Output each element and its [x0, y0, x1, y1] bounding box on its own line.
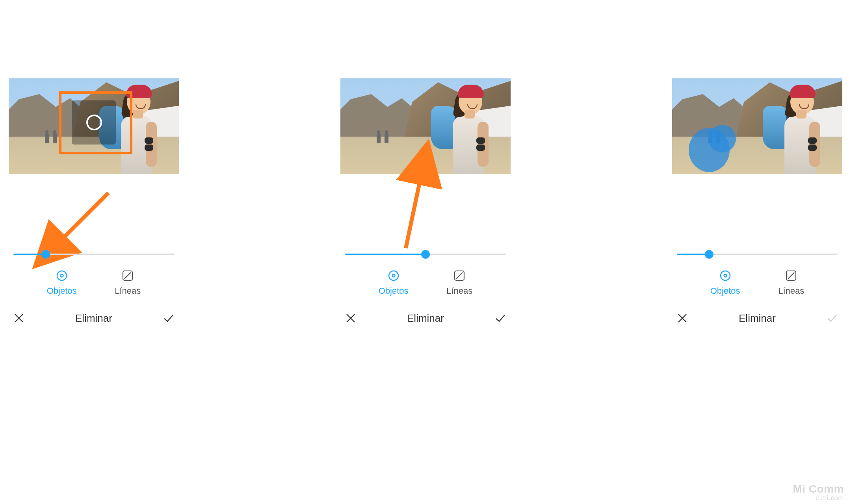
mode-lines-label: Líneas — [115, 286, 141, 296]
mode-lines-label: Líneas — [446, 286, 472, 296]
confirm-button — [825, 311, 839, 325]
diagonal-line-icon — [453, 269, 466, 282]
svg-point-7 — [392, 274, 395, 277]
mode-objects[interactable]: Objetos — [710, 269, 740, 296]
photo-preview[interactable] — [9, 78, 179, 174]
confirm-button[interactable] — [162, 311, 176, 325]
check-icon — [826, 312, 838, 324]
slider-track-filled — [13, 254, 46, 255]
slider-track-filled — [677, 254, 709, 255]
slider-thumb[interactable] — [421, 250, 430, 259]
erase-brush-stroke — [708, 125, 736, 152]
cancel-button[interactable] — [344, 311, 358, 325]
target-circle-icon — [387, 269, 400, 282]
check-icon — [162, 312, 175, 324]
photo-preview[interactable] — [672, 78, 842, 174]
mode-objects-label: Objetos — [379, 286, 409, 296]
check-icon — [494, 312, 507, 324]
brush-size-slider[interactable] — [13, 249, 174, 259]
svg-point-11 — [724, 274, 727, 277]
confirm-button[interactable] — [493, 311, 507, 325]
watermark-line1: Mi Comm — [793, 483, 844, 495]
svg-point-3 — [60, 274, 63, 277]
mode-objects[interactable]: Objetos — [47, 269, 77, 296]
tool-title: Eliminar — [75, 312, 112, 324]
brush-size-slider[interactable] — [345, 249, 506, 259]
annotation-arrow — [47, 185, 118, 256]
close-icon — [13, 313, 24, 324]
svg-line-1 — [406, 173, 422, 248]
close-icon — [677, 313, 688, 324]
mode-lines[interactable]: Líneas — [778, 269, 804, 296]
svg-line-13 — [788, 272, 794, 279]
tool-title: Eliminar — [739, 312, 776, 324]
mode-objects-label: Objetos — [47, 286, 77, 296]
target-circle-icon — [56, 269, 68, 282]
svg-line-5 — [124, 272, 131, 279]
cancel-button[interactable] — [675, 311, 689, 325]
svg-point-10 — [721, 271, 730, 280]
cancel-button[interactable] — [12, 311, 26, 325]
mode-objects-label: Objetos — [710, 286, 740, 296]
mode-lines-label: Líneas — [778, 286, 804, 296]
annotation-arrow — [398, 165, 445, 256]
slider-thumb[interactable] — [41, 250, 50, 259]
svg-point-6 — [389, 271, 398, 280]
mode-objects[interactable]: Objetos — [379, 269, 409, 296]
brush-cursor-ring — [86, 115, 102, 130]
svg-line-9 — [456, 272, 463, 279]
slider-track-filled — [345, 254, 426, 255]
watermark: Mi Comm c.mi.com — [793, 483, 844, 502]
diagonal-line-icon — [785, 269, 797, 282]
photo-preview[interactable] — [340, 78, 511, 174]
tool-title: Eliminar — [407, 312, 444, 324]
svg-point-2 — [57, 271, 67, 280]
svg-line-0 — [57, 193, 108, 244]
close-icon — [345, 313, 356, 324]
diagonal-line-icon — [121, 269, 134, 282]
mode-lines[interactable]: Líneas — [115, 269, 141, 296]
brush-size-slider[interactable] — [677, 249, 838, 259]
watermark-line2: c.mi.com — [793, 495, 844, 502]
target-circle-icon — [719, 269, 732, 282]
slider-thumb[interactable] — [705, 250, 714, 259]
mode-lines[interactable]: Líneas — [446, 269, 472, 296]
